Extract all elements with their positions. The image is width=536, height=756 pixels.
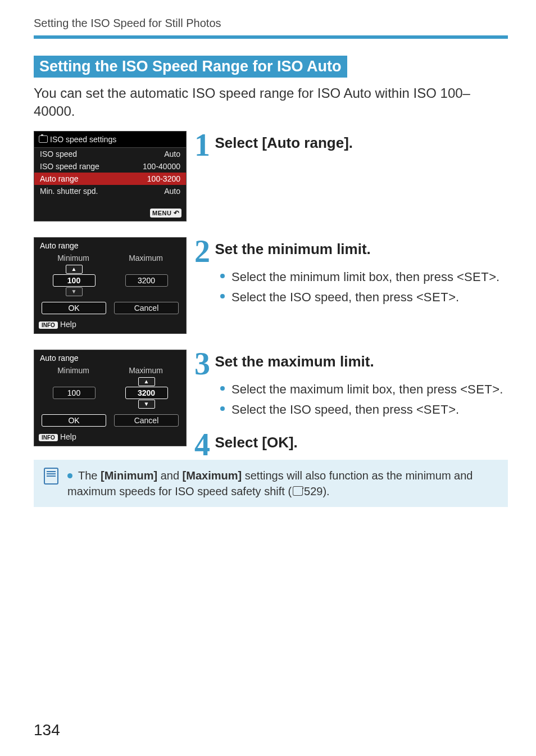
step-number-3: 3 [192,350,212,378]
info-badge: INFO [39,322,58,329]
camera-screen-auto-range-max: Auto range Minimum Maximum 100 ▲ 3200 ▼ … [34,350,187,446]
step-2-bullet-2: Select the ISO speed, then press <SET>. [220,289,508,306]
ok-button[interactable]: OK [42,414,107,427]
step-2-bullet-1: Select the minimum limit box, then press… [220,269,508,286]
cancel-button[interactable]: Cancel [114,302,179,314]
step-4-heading: Select [OK]. [215,434,297,451]
column-maximum: Maximum [129,253,163,262]
column-minimum: Minimum [57,253,89,262]
min-value[interactable]: 100 [53,387,96,399]
column-maximum: Maximum [129,366,163,375]
bullet-icon [67,473,72,478]
menu-item-label: ISO speed [40,150,77,159]
menu-item-value: Auto [164,187,180,196]
max-value[interactable]: 3200 [125,387,168,399]
menu-item-iso-speed-range[interactable]: ISO speed range 100-40000 [34,160,186,173]
max-decrease-button[interactable]: ▼ [138,400,155,409]
info-help[interactable]: INFOHelp [34,318,186,333]
max-increase-button[interactable]: ▲ [138,377,155,386]
max-value[interactable]: 3200 [125,274,168,287]
min-value[interactable]: 100 [53,274,96,287]
column-minimum: Minimum [57,366,89,375]
note-text: The [Minimum] and [Maximum] settings wil… [67,468,498,499]
camera-screen-auto-range-min: Auto range Minimum Maximum ▲ 100 ▼ 3200 … [34,237,187,334]
menu-back-button[interactable]: MENU [150,209,181,218]
camera-icon [39,135,48,143]
camera-screen-iso-settings: ISO speed settings ISO speed Auto ISO sp… [34,131,187,221]
book-icon [293,488,303,496]
note-icon [44,468,58,485]
intro-text: You can set the automatic ISO speed rang… [34,84,508,121]
camera-screen-title: Auto range [34,238,186,252]
step-number-2: 2 [192,237,212,265]
min-decrease-button[interactable]: ▼ [66,287,83,296]
menu-item-iso-speed[interactable]: ISO speed Auto [34,148,186,160]
menu-item-label: Min. shutter spd. [40,187,98,196]
page-number: 134 [34,721,60,739]
set-glyph-icon: SET [424,290,448,304]
step-3-heading: Set the maximum limit. [215,353,374,370]
info-help[interactable]: INFOHelp [34,430,186,446]
menu-item-label: ISO speed range [40,162,99,171]
note-box: The [Minimum] and [Maximum] settings wil… [34,460,508,507]
set-glyph-icon: SET [467,382,492,396]
info-badge: INFO [39,434,58,441]
camera-title-text: ISO speed settings [50,135,116,144]
menu-item-value: Auto [164,150,180,159]
menu-item-value: 100-40000 [143,162,180,171]
help-label: Help [60,432,76,441]
camera-screen-title: Auto range [34,350,186,365]
step-3-bullet-1: Select the maximum limit box, then press… [220,381,508,398]
section-title: Setting the ISO Speed Range for ISO Auto [34,56,347,78]
page-header: Setting the ISO Speed for Still Photos [34,17,508,30]
header-rule [34,35,508,39]
help-label: Help [60,320,76,329]
cancel-button[interactable]: Cancel [114,414,179,427]
camera-screen-title: ISO speed settings [34,132,186,148]
menu-item-auto-range[interactable]: Auto range 100-3200 [34,173,186,185]
step-3-bullet-2: Select the ISO speed, then press <SET>. [220,401,508,418]
min-increase-button[interactable]: ▲ [66,265,83,274]
set-glyph-icon: SET [424,402,448,417]
step-number-4: 4 [192,431,212,459]
step-1-heading: Select [Auto range]. [215,134,353,152]
set-glyph-icon: SET [464,270,489,284]
menu-item-label: Auto range [40,174,79,183]
ok-button[interactable]: OK [42,302,107,314]
step-number-1: 1 [192,131,212,159]
menu-item-value: 100-3200 [147,174,180,183]
menu-item-min-shutter-spd[interactable]: Min. shutter spd. Auto [34,185,186,197]
step-2-heading: Set the minimum limit. [215,241,370,258]
